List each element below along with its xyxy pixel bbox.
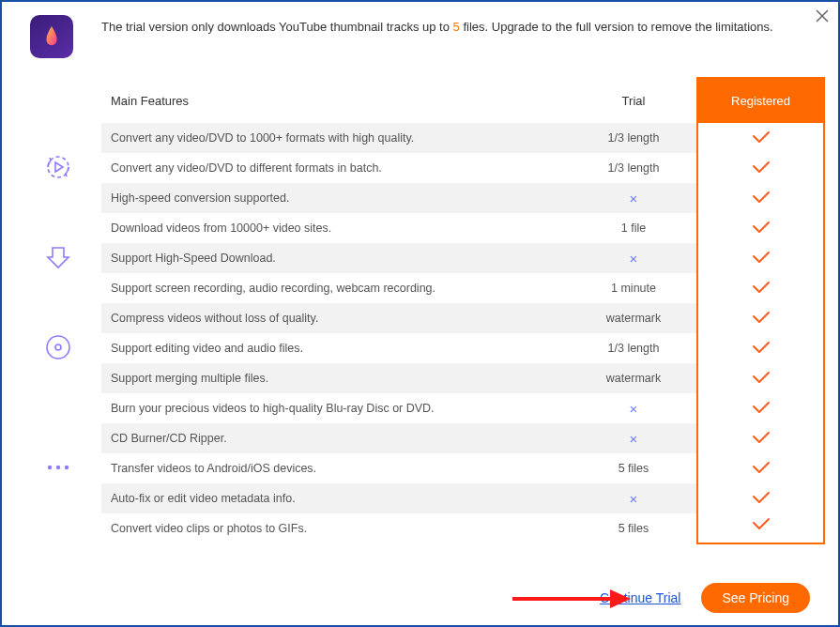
disc-icon: [39, 329, 77, 366]
trial-value: 1 file: [571, 213, 697, 243]
trial-value: 1/3 length: [571, 153, 697, 183]
cross-icon: ×: [630, 401, 638, 417]
feature-label: Convert any video/DVD to different forma…: [101, 153, 571, 183]
feature-label: Convert video clips or photos to GIFs.: [101, 513, 571, 543]
app-logo: [30, 15, 73, 58]
table-row: Support merging multiple files.watermark: [15, 363, 824, 393]
download-group-icon: [15, 213, 101, 303]
trial-value: 5 files: [571, 513, 697, 543]
disc-group-icon: [15, 303, 101, 393]
registered-value: [697, 423, 824, 453]
feature-label: Convert any video/DVD to 1000+ formats w…: [101, 123, 571, 153]
registered-value: [697, 273, 824, 303]
table-row: Burn your precious videos to high-qualit…: [15, 393, 824, 423]
cross-icon: ×: [630, 191, 638, 206]
feature-label: Transfer videos to Android/iOS devices.: [101, 453, 571, 483]
feature-label: High-speed conversion supported.: [101, 183, 571, 213]
cross-icon: ×: [630, 491, 638, 507]
col-header-trial: Trial: [571, 78, 697, 123]
registered-value: [697, 513, 824, 543]
check-icon: [753, 252, 770, 266]
registered-value: [697, 123, 824, 153]
trial-banner: The trial version only downloads YouTube…: [2, 2, 838, 69]
check-icon: [753, 283, 770, 296]
table-row: Transfer videos to Android/iOS devices.5…: [15, 453, 824, 483]
more-icon: [39, 449, 77, 486]
trial-value: ×: [571, 183, 697, 213]
trial-value: 5 files: [571, 453, 697, 483]
registered-value: [697, 483, 824, 513]
check-icon: [753, 463, 770, 476]
feature-label: Support High-Speed Download.: [101, 243, 571, 273]
trial-value: ×: [571, 393, 697, 423]
comparison-table: Main Features Trial Registered Convert a…: [2, 69, 838, 544]
convert-icon: [39, 148, 77, 186]
feature-label: Support screen recording, audio recordin…: [101, 273, 571, 303]
registered-value: [697, 213, 824, 243]
check-icon: [753, 519, 770, 532]
check-icon: [753, 493, 770, 506]
check-icon: [753, 192, 770, 206]
continue-trial-link[interactable]: Continue Trial: [600, 590, 680, 605]
feature-label: Compress videos without loss of quality.: [101, 303, 571, 333]
table-row: High-speed conversion supported.×: [15, 183, 824, 213]
svg-marker-1: [55, 162, 63, 172]
cross-icon: ×: [630, 431, 638, 447]
col-header-features: Main Features: [101, 78, 571, 123]
registered-value: [697, 243, 824, 273]
check-icon: [753, 373, 770, 386]
trial-value: 1 minute: [571, 273, 697, 303]
registered-value: [697, 393, 824, 423]
trial-value: watermark: [571, 303, 697, 333]
check-icon: [753, 433, 770, 446]
table-row: Support screen recording, audio recordin…: [15, 273, 824, 303]
table-row: Auto-fix or edit video metadata info.×: [15, 483, 824, 513]
cross-icon: ×: [630, 251, 638, 267]
table-row: Download videos from 10000+ video sites.…: [15, 213, 824, 243]
convert-group-icon: [15, 123, 101, 213]
trial-message: The trial version only downloads YouTube…: [101, 15, 810, 38]
download-icon: [39, 238, 77, 276]
feature-label: Auto-fix or edit video metadata info.: [101, 483, 571, 513]
svg-point-4: [48, 465, 52, 468]
col-header-registered: Registered: [697, 78, 824, 123]
col-header-empty: [15, 78, 101, 123]
registered-value: [697, 333, 824, 363]
trial-value: 1/3 length: [571, 333, 697, 363]
svg-point-6: [65, 465, 69, 468]
more-group-icon: [15, 393, 101, 543]
registered-value: [697, 153, 824, 183]
svg-point-2: [47, 336, 69, 359]
check-icon: [753, 222, 770, 236]
check-icon: [753, 403, 770, 416]
registered-value: [697, 183, 824, 213]
svg-point-3: [55, 344, 61, 350]
see-pricing-button[interactable]: See Pricing: [701, 583, 810, 613]
svg-point-5: [56, 465, 60, 468]
registered-value: [697, 363, 824, 393]
check-icon: [753, 132, 770, 145]
check-icon: [753, 162, 770, 176]
table-row: Convert video clips or photos to GIFs.5 …: [15, 513, 824, 543]
registered-value: [697, 303, 824, 333]
feature-label: Download videos from 10000+ video sites.: [101, 213, 571, 243]
table-row: Convert any video/DVD to different forma…: [15, 153, 824, 183]
feature-label: CD Burner/CD Ripper.: [101, 423, 571, 453]
trial-value: ×: [571, 423, 697, 453]
check-icon: [753, 313, 770, 326]
table-row: Support editing video and audio files.1/…: [15, 333, 824, 363]
table-row: CD Burner/CD Ripper.×: [15, 423, 824, 453]
trial-value: 1/3 length: [571, 123, 697, 153]
table-row: Convert any video/DVD to 1000+ formats w…: [15, 123, 824, 153]
trial-value: ×: [571, 483, 697, 513]
dialog-footer: Continue Trial See Pricing: [2, 571, 838, 625]
feature-label: Burn your precious videos to high-qualit…: [101, 393, 571, 423]
trial-value: ×: [571, 243, 697, 273]
check-icon: [753, 343, 770, 356]
close-icon[interactable]: [814, 8, 831, 24]
feature-label: Support merging multiple files.: [101, 363, 571, 393]
table-row: Support High-Speed Download.×: [15, 243, 824, 273]
trial-value: watermark: [571, 363, 697, 393]
feature-label: Support editing video and audio files.: [101, 333, 571, 363]
registered-value: [697, 453, 824, 483]
